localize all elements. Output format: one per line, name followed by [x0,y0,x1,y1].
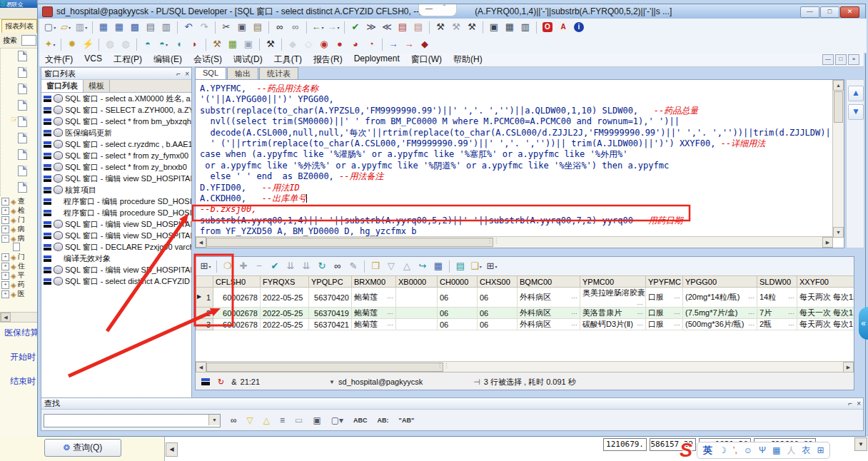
find-in-lines-icon[interactable]: ≡ [280,415,285,425]
grid-cell[interactable]: 06 [478,319,518,330]
nav-back-button[interactable]: ←▾ [311,20,325,34]
find-button[interactable]: ∞ [273,20,287,34]
macro-play-button[interactable]: ⚒ [465,20,479,34]
report-category[interactable]: +◈平 [0,270,25,280]
stop-button[interactable]: ◆ [418,37,432,51]
expand-icon[interactable]: + [1,207,9,215]
report-item-icon[interactable] [18,116,27,127]
save-all-button[interactable]: ▩ [128,20,142,34]
window-list-item[interactable]: 编译无效对象 [41,253,191,264]
cell-ellipsis-icon[interactable]: … [748,308,755,316]
window-list-item[interactable]: 程序窗口 - 编辑 procedure SD_HOSI [41,196,191,207]
menu-item-3[interactable]: 工程(P) [108,52,148,67]
window-list-tab-2[interactable]: 模板 [84,80,110,92]
macro-record-button[interactable]: ⚒ [433,20,448,34]
grid-cell[interactable]: 每天两次 每次1片 (5 [797,319,854,330]
background-vscroll-icon[interactable]: ▼ [854,437,867,451]
close-session-button[interactable]: ◗ [188,37,202,51]
grid-cell[interactable]: 06 [478,308,518,319]
expand-icon[interactable]: + [1,216,9,224]
oracle-home-button[interactable]: O [540,20,555,34]
report-tree-categories[interactable]: +◈查+◈检+◈门+◈病−◈病+◈门+◈住+◈平+◈药+◈医 [0,196,37,312]
cell-ellipsis-icon[interactable]: … [788,292,794,300]
report-category[interactable]: +◈住 [0,261,25,270]
hscroll-thumb[interactable] [206,238,493,247]
report-category[interactable]: +◈病 [0,224,25,233]
window-list-tab-1[interactable]: 窗口列表 [41,80,84,92]
scroll-right-icon[interactable]: ▶ [822,237,833,248]
scroll-right-icon[interactable]: ▶ [843,362,854,373]
grid-cell[interactable]: 14粒… [757,288,797,308]
expand-icon[interactable]: + [1,253,9,261]
grid-cell[interactable]: 美洛昔康片… [580,308,646,319]
window-list-item[interactable]: SQL 窗口 - select a.XM0000 姓名, a.Z [41,93,191,104]
grid-cell[interactable]: 外科病区… [518,308,580,319]
editor-tab-统计表[interactable]: 统计表 [259,67,298,79]
grid-cell[interactable]: 口服… [646,288,683,308]
find-up-icon[interactable]: △ [263,415,270,425]
query-button[interactable]: ❂ 查询(Q) [44,439,121,457]
menu-item-8[interactable]: 报告(R) [308,52,348,67]
debug-run-button[interactable]: ◉ [317,37,331,51]
window-list-item[interactable]: SQL 窗口 - 编辑 view SD_HOSPITAL [41,173,191,184]
grid-cell[interactable]: 2022-05-25 [261,308,309,319]
menu-item-1[interactable]: 文件(F) [39,52,79,67]
column-header-fyrqxs[interactable]: FYRQXS [261,276,309,288]
window-list-item[interactable]: 医保编码更新 [41,127,191,138]
menu-item-5[interactable]: 会话(S) [188,52,228,67]
column-header-sldw00[interactable]: SLDW00 [757,276,797,288]
preferences-wrench-button[interactable]: ⚒ [263,37,278,51]
report-item-icon[interactable] [18,83,27,94]
find-binoculars-icon[interactable]: ∞ [231,415,237,425]
goto-top-icon[interactable]: ▲ [848,86,864,101]
nav-arrow-red-button[interactable]: → [402,37,416,51]
grid-cell[interactable]: 每天一次 每次1片 (7 [797,308,854,319]
maximize-button[interactable]: □ [820,6,839,18]
column-header-ch0000[interactable]: CH0000 [438,276,478,288]
grid-cell[interactable]: 2瓶… [757,319,797,330]
edit-cell-button[interactable]: ✎ [346,259,360,273]
skin-icon[interactable]: 衣 [802,445,810,457]
delete-record-button[interactable]: − [252,259,266,273]
comment-lines-button[interactable]: ▤ [395,20,410,34]
clear-highlight-icon[interactable]: ▭ [295,415,303,425]
window-tile-button[interactable]: ▦ [503,20,517,34]
editor-tab-sql[interactable]: SQL [195,67,226,79]
grid-cell[interactable]: (20mg*14粒/瓶)… [683,288,757,308]
outdent-button[interactable]: ≪ [380,20,394,34]
column-header-brxm00[interactable]: BRXM00 [352,276,396,288]
syntax-check-button[interactable]: ✔ [348,20,363,34]
scroll-left-icon[interactable]: ◀ [196,362,206,373]
new-plsql-block-button[interactable]: ◓▾ [156,37,171,51]
window-list-toggle-button[interactable]: ▥ [518,20,533,34]
grid-cell[interactable]: 外科病区… [518,288,580,308]
print-button[interactable]: ▤ [143,20,158,34]
step-disabled-2-button[interactable]: ◇ [301,37,316,51]
find-down-icon[interactable]: ▽ [247,415,253,425]
window-cascade-button[interactable]: ▣ [487,20,501,34]
sogou-logo-icon[interactable]: S [680,440,692,461]
combo-dropdown-icon[interactable]: ▼ [208,415,220,425]
open-file-button[interactable]: ▱▾ [59,20,73,34]
mdi-restore-button[interactable]: □ [835,54,847,65]
grid-cell[interactable]: 60002678 [213,288,261,308]
grid-cell[interactable]: 7片… [757,308,797,319]
menu-item-9[interactable]: Deployment [348,52,405,67]
grid-cell[interactable]: 56370420 [309,288,352,308]
background-table-scroll-left[interactable]: ◀ [166,442,178,457]
search-input[interactable] [21,35,36,46]
debug-step-out-button[interactable]: ◔ [364,37,378,51]
punctuation-icon[interactable]: ’, [733,445,737,455]
menu-item-7[interactable]: 工具(T) [268,52,308,67]
collapse-icon[interactable]: − [1,235,9,243]
tools-button[interactable]: ⚒ [210,37,224,51]
cut-button[interactable]: ✂ [219,20,233,34]
grid-cell[interactable]: 2022-05-25 [261,319,309,330]
close-button[interactable]: ✕ [840,6,859,18]
expand-icon[interactable]: + [1,198,9,206]
grid-cell[interactable]: (500mg*36片/瓶)… [683,319,757,330]
nav-forward-button[interactable]: →▾ [326,20,340,34]
find-next-button[interactable]: ∞ [288,20,303,34]
help-manual-button[interactable]: A [556,20,570,34]
open-recent-button[interactable]: ▥▾ [74,20,89,34]
